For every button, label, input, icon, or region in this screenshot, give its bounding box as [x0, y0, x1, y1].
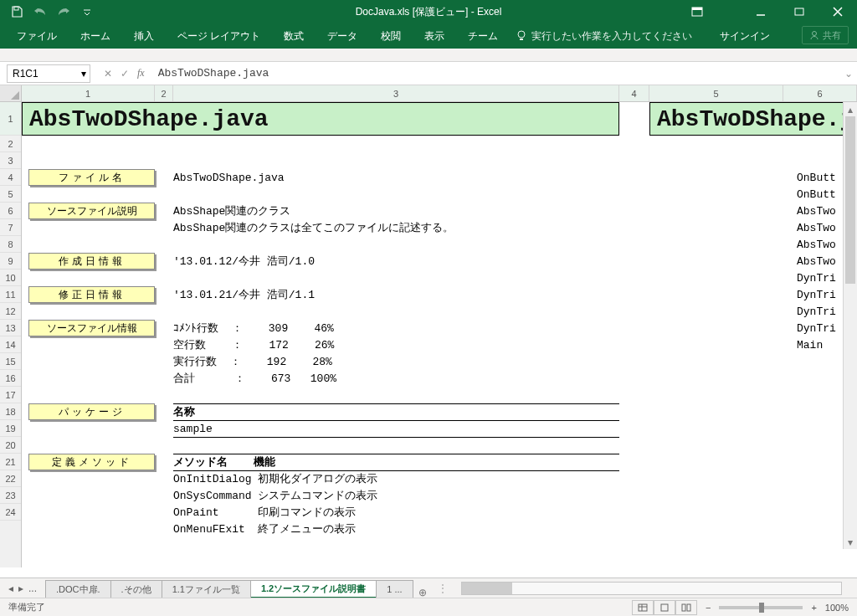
- cell[interactable]: '13.01.21/今井 浩司/1.1: [173, 286, 315, 303]
- add-sheet-button[interactable]: ⊕: [413, 587, 433, 598]
- tab-home[interactable]: ホーム: [69, 23, 122, 49]
- undo-button[interactable]: [30, 2, 50, 22]
- tab-formulas[interactable]: 数式: [272, 23, 316, 49]
- cells-area[interactable]: AbsTwoDShape.java AbsTwoDShape.j ファイル名 ソ…: [22, 102, 857, 567]
- page-break-view-button[interactable]: [675, 600, 697, 615]
- cell[interactable]: 名称: [173, 403, 195, 420]
- tab-review[interactable]: 校閲: [369, 23, 413, 49]
- cell[interactable]: '13.01.12/今井 浩司/1.0: [173, 253, 315, 270]
- row-header[interactable]: 14: [0, 336, 21, 353]
- tab-view[interactable]: 表示: [413, 23, 456, 49]
- column-header[interactable]: 6: [783, 85, 857, 101]
- row-header[interactable]: 22: [0, 470, 21, 487]
- scroll-thumb[interactable]: [462, 583, 512, 594]
- column-header[interactable]: 5: [649, 85, 783, 101]
- row-header[interactable]: 12: [0, 303, 21, 320]
- zoom-level[interactable]: 100%: [825, 603, 849, 613]
- title-cell-left[interactable]: AbsTwoDShape.java: [22, 102, 619, 136]
- label-source-info[interactable]: ソースファイル情報: [28, 320, 155, 336]
- cancel-formula-button[interactable]: ✕: [104, 68, 112, 80]
- spreadsheet-grid[interactable]: 1 2 3 4 5 6 7 8 9 10 11 12 13 14 15 16 1…: [0, 102, 857, 567]
- cell[interactable]: OnMenuFExit 終了メニューの表示: [173, 521, 356, 537]
- sheet-nav-more[interactable]: ...: [28, 583, 37, 594]
- label-modify-date[interactable]: 修正日情報: [28, 286, 155, 303]
- label-package[interactable]: パッケージ: [28, 403, 155, 420]
- row-header[interactable]: 3: [0, 152, 21, 169]
- scroll-up-button[interactable]: ▴: [844, 102, 857, 116]
- scroll-thumb[interactable]: [845, 116, 855, 284]
- row-header[interactable]: 16: [0, 370, 21, 387]
- cell[interactable]: AbsTwoDShape.java: [173, 169, 285, 186]
- share-button[interactable]: 共有: [802, 26, 849, 44]
- sheet-tab[interactable]: .その他: [110, 580, 162, 598]
- tab-data[interactable]: データ: [316, 23, 369, 49]
- cell[interactable]: AbsShape関連のクラス: [173, 203, 290, 219]
- redo-button[interactable]: [54, 2, 74, 22]
- title-cell-right[interactable]: AbsTwoDShape.j: [649, 102, 857, 136]
- scroll-down-button[interactable]: ▾: [844, 535, 857, 549]
- zoom-thumb[interactable]: [759, 603, 764, 613]
- cell[interactable]: 実行行数 ： 192 28%: [173, 353, 332, 370]
- close-button[interactable]: [819, 0, 857, 23]
- row-header[interactable]: 11: [0, 286, 21, 303]
- tab-file[interactable]: ファイル: [5, 23, 69, 49]
- cell[interactable]: OnSysCommand システムコマンドの表示: [173, 487, 377, 504]
- save-button[interactable]: [7, 2, 27, 22]
- row-header[interactable]: 18: [0, 403, 21, 420]
- sheet-tab[interactable]: 1.1ファイル一覧: [162, 580, 251, 598]
- sheet-tab-active[interactable]: 1.2ソースファイル説明書: [250, 580, 377, 598]
- label-filename[interactable]: ファイル名: [28, 169, 155, 186]
- sheet-nav-next[interactable]: ▸: [18, 583, 23, 594]
- sheet-nav-first[interactable]: ◂: [8, 583, 13, 594]
- tab-pagelayout[interactable]: ページ レイアウト: [166, 23, 272, 49]
- cell[interactable]: sample: [173, 420, 213, 437]
- row-header[interactable]: 24: [0, 504, 21, 521]
- row-header[interactable]: 4: [0, 169, 21, 186]
- vertical-scrollbar[interactable]: ▴ ▾: [843, 102, 857, 549]
- row-header[interactable]: 1: [0, 102, 21, 136]
- cell[interactable]: OnPaint 印刷コマンドの表示: [173, 504, 356, 521]
- normal-view-button[interactable]: [632, 600, 654, 615]
- minimize-button[interactable]: [742, 0, 780, 23]
- column-header[interactable]: 3: [173, 85, 619, 101]
- label-source-desc[interactable]: ソースファイル説明: [28, 203, 155, 219]
- formula-input[interactable]: AbsTwoDShape.java: [158, 64, 834, 83]
- column-header[interactable]: 2: [155, 85, 173, 101]
- ribbon-display-button[interactable]: [678, 0, 716, 23]
- row-header[interactable]: 10: [0, 270, 21, 286]
- cell[interactable]: メソッド名 機能: [173, 454, 275, 470]
- cell[interactable]: AbsShape関連のクラスは全てこのファイルに記述する。: [173, 219, 454, 236]
- label-methods[interactable]: 定義メソッド: [28, 454, 155, 470]
- row-header[interactable]: 20: [0, 437, 21, 454]
- qat-customize-icon[interactable]: [77, 2, 97, 22]
- chevron-down-icon[interactable]: ▾: [81, 68, 86, 80]
- zoom-in-button[interactable]: +: [811, 603, 816, 613]
- maximize-button[interactable]: [780, 0, 819, 23]
- tab-team[interactable]: チーム: [456, 23, 510, 49]
- row-header[interactable]: 9: [0, 253, 21, 270]
- row-header[interactable]: 7: [0, 219, 21, 236]
- sheet-tab[interactable]: 1 ...: [376, 580, 413, 598]
- cell[interactable]: 空行数 ： 172 26%: [173, 336, 334, 353]
- zoom-slider[interactable]: [719, 606, 803, 609]
- column-header[interactable]: 4: [619, 85, 649, 101]
- cell[interactable]: ｺﾒﾝﾄ行数 ： 309 46%: [173, 320, 334, 336]
- row-header[interactable]: 2: [0, 136, 21, 152]
- row-header[interactable]: 21: [0, 454, 21, 470]
- cell[interactable]: OnInitDialog 初期化ダイアログの表示: [173, 470, 377, 487]
- label-create-date[interactable]: 作成日情報: [28, 253, 155, 270]
- page-layout-view-button[interactable]: [654, 600, 675, 615]
- row-header[interactable]: 6: [0, 203, 21, 219]
- row-header[interactable]: 5: [0, 186, 21, 203]
- enter-formula-button[interactable]: ✓: [121, 68, 129, 80]
- row-header[interactable]: 15: [0, 353, 21, 370]
- tell-me-search[interactable]: 実行したい作業を入力してください: [516, 29, 692, 44]
- row-header[interactable]: 8: [0, 236, 21, 253]
- name-box[interactable]: R1C1 ▾: [7, 64, 90, 83]
- tab-insert[interactable]: 挿入: [122, 23, 166, 49]
- sheet-tab[interactable]: .DOC中扉.: [45, 580, 111, 598]
- row-header[interactable]: 19: [0, 420, 21, 437]
- cell[interactable]: 合計 ： 673 100%: [173, 370, 336, 387]
- expand-formula-bar-button[interactable]: ⌄: [840, 68, 857, 80]
- zoom-out-button[interactable]: −: [706, 603, 711, 613]
